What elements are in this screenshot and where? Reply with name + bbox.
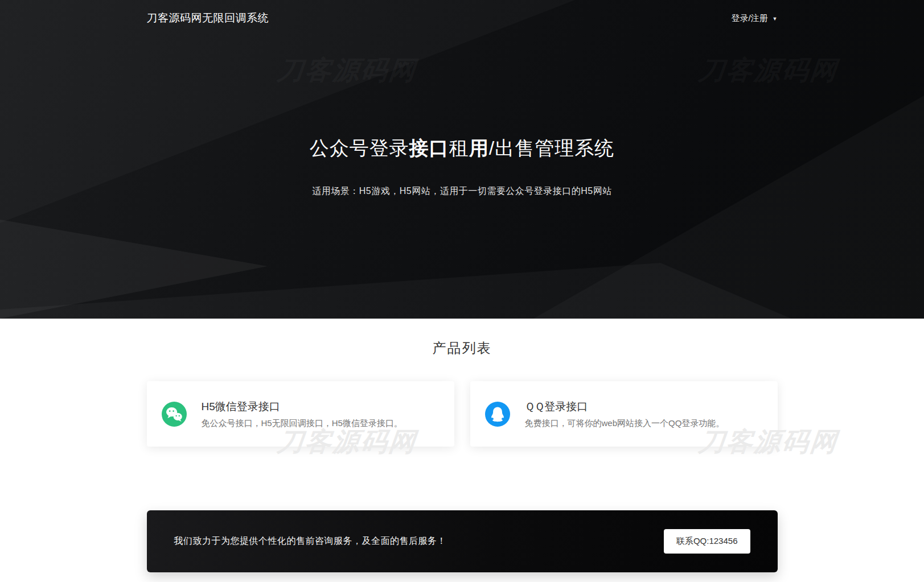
hero-copy: 公众号登录接口租用/出售管理系统 适用场景：H5游戏，H5网站，适用于一切需要公… (0, 135, 924, 197)
products-section: 产品列表 H5微信登录接口 免公众号接口，H5无限回调接口，H5微信登录接口 (0, 319, 924, 572)
site-brand[interactable]: 刀客源码网无限回调系统 (147, 11, 269, 26)
product-description: 免费接口，可将你的web网站接入一个QQ登录功能。 (525, 418, 725, 429)
contact-qq-button[interactable]: 联系QQ:123456 (664, 529, 750, 554)
hero-subtitle: 适用场景：H5游戏，H5网站，适用于一切需要公众号登录接口的H5网站 (0, 185, 924, 197)
qq-icon (485, 402, 510, 427)
product-card-text: ＱＱ登录接口 免费接口，可将你的web网站接入一个QQ登录功能。 (525, 399, 725, 429)
product-title: H5微信登录接口 (202, 399, 403, 414)
contact-banner: 我们致力于为您提供个性化的售前咨询服务，及全面的售后服务！ 联系QQ:12345… (147, 510, 778, 572)
product-card-qq[interactable]: ＱＱ登录接口 免费接口，可将你的web网站接入一个QQ登录功能。 (470, 381, 778, 447)
product-card-text: H5微信登录接口 免公众号接口，H5无限回调接口，H5微信登录接口。 (202, 399, 403, 429)
products-section-title: 产品列表 (0, 339, 924, 357)
hero-title: 公众号登录接口租用/出售管理系统 (0, 135, 924, 162)
product-card-wechat[interactable]: H5微信登录接口 免公众号接口，H5无限回调接口，H5微信登录接口。 (147, 381, 454, 447)
wechat-icon (162, 402, 187, 427)
top-navigation: 刀客源码网无限回调系统 登录/注册 ▼ (0, 0, 924, 36)
login-register-menu[interactable]: 登录/注册 ▼ (731, 13, 777, 24)
caret-down-icon: ▼ (773, 15, 778, 22)
login-register-label: 登录/注册 (731, 13, 767, 24)
hero-banner: 刀客源码网无限回调系统 登录/注册 ▼ 公众号登录接口租用/出售管理系统 适用场… (0, 0, 924, 319)
product-description: 免公众号接口，H5无限回调接口，H5微信登录接口。 (202, 418, 403, 429)
product-title: ＱＱ登录接口 (525, 399, 725, 414)
footer-section: 我们致力于为您提供个性化的售前咨询服务，及全面的售后服务！ 联系QQ:12345… (147, 510, 778, 572)
product-card-list: H5微信登录接口 免公众号接口，H5无限回调接口，H5微信登录接口。 ＱＱ登录接… (147, 381, 778, 447)
contact-message: 我们致力于为您提供个性化的售前咨询服务，及全面的售后服务！ (174, 535, 447, 547)
